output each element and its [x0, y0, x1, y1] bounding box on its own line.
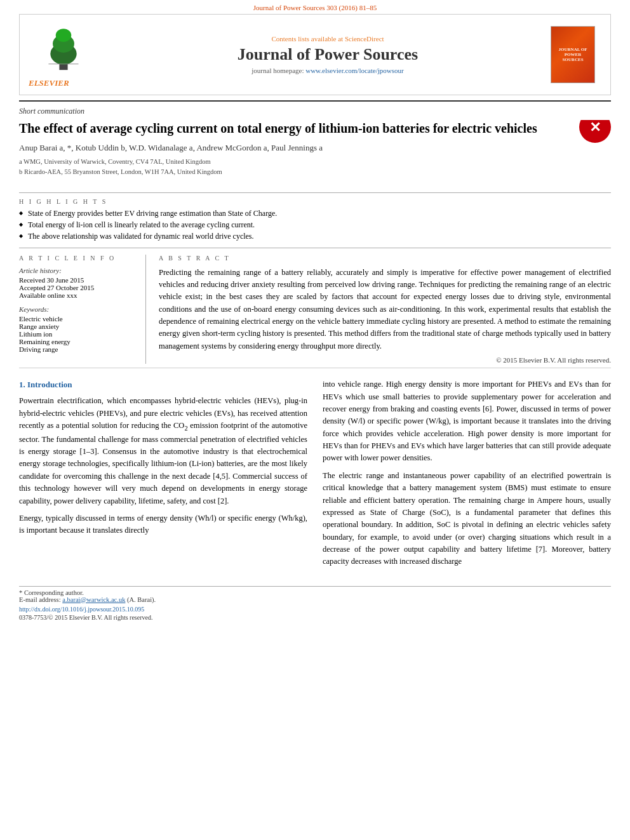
- crossmark-badge: ✕: [579, 120, 611, 143]
- journal-reference: Journal of Power Sources 303 (2016) 81–8…: [0, 0, 630, 14]
- email-suffix: (A. Barai).: [127, 596, 156, 603]
- highlights-list: State of Energy provides better EV drivi…: [19, 209, 611, 241]
- homepage-url-link[interactable]: www.elsevier.com/locate/jpowsour: [305, 67, 403, 74]
- elsevier-label: ELSEVIER: [29, 78, 69, 88]
- affiliation-b: b Ricardo-AEA, 55 Bryanston Street, Lond…: [19, 167, 611, 177]
- journal-header-center: Contents lists available at ScienceDirec…: [111, 35, 544, 74]
- journal-header: ELSEVIER Contents lists available at Sci…: [19, 14, 611, 95]
- highlight-item-2: Total energy of li-ion cell is linearly …: [19, 220, 611, 230]
- elsevier-logo-area: ELSEVIER: [29, 21, 105, 88]
- received-date: Received 30 June 2015: [19, 276, 137, 284]
- keyword-3: Lithium ion: [19, 330, 137, 338]
- article-title: The effect of average cycling current on…: [19, 120, 540, 137]
- body-para-3: into vehicle range. High energy density …: [323, 378, 611, 465]
- article-type: Short communication: [19, 107, 611, 116]
- body-col-left: 1. Introduction Powertrain electrificati…: [19, 378, 307, 573]
- abstract-text: Predicting the remaining range of a batt…: [159, 267, 611, 353]
- abstract-col: A B S T R A C T Predicting the remaining…: [159, 255, 611, 364]
- keyword-1: Electric vehicle: [19, 315, 137, 323]
- journal-title: Journal of Power Sources: [111, 45, 544, 64]
- abstract-copyright: © 2015 Elsevier B.V. All rights reserved…: [159, 356, 611, 364]
- elsevier-wordmark: ELSEVIER: [29, 78, 105, 88]
- corresponding-author-note: * Corresponding author.: [19, 589, 611, 596]
- journal-cover-thumb: JOURNAL OFPOWERSOURCES: [551, 26, 595, 83]
- journal-ref-text: Journal of Power Sources 303 (2016) 81–8…: [253, 4, 377, 11]
- article-info-label: A R T I C L E I N F O: [19, 255, 137, 262]
- highlight-item-1: State of Energy provides better EV drivi…: [19, 209, 611, 218]
- affiliation-a: a WMG, University of Warwick, Coventry, …: [19, 157, 611, 167]
- history-label: Article history:: [19, 267, 137, 274]
- info-abstract-columns: A R T I C L E I N F O Article history: R…: [19, 248, 611, 364]
- title-crossmark-row: ✕ The effect of average cycling current …: [19, 120, 611, 143]
- email-line: E-mail address: a.barai@warwick.ac.uk (A…: [19, 596, 611, 603]
- article-history-group: Article history: Received 30 June 2015 A…: [19, 267, 137, 299]
- highlights-container: H I G H L I G H T S State of Energy prov…: [19, 192, 611, 241]
- body-para-1: Powertrain electrification, which encomp…: [19, 395, 307, 507]
- accepted-date: Accepted 27 October 2015: [19, 284, 137, 291]
- article-info-col: A R T I C L E I N F O Article history: R…: [19, 255, 146, 364]
- body-col-right: into vehicle range. High energy density …: [323, 378, 611, 573]
- body-para-4: The electric range and instantaneous pow…: [323, 470, 611, 568]
- journal-homepage: journal homepage: www.elsevier.com/locat…: [111, 67, 544, 74]
- copyright-bottom: 0378-7753/© 2015 Elsevier B.V. All right…: [19, 614, 611, 621]
- footer-divider: [19, 586, 611, 587]
- crossmark-icon: ✕: [582, 120, 608, 140]
- abstract-label: A B S T R A C T: [159, 255, 611, 262]
- svg-point-3: [56, 29, 71, 42]
- keywords-label: Keywords:: [19, 305, 137, 313]
- authors-text: Anup Barai a, *, Kotub Uddin b, W.D. Wid…: [19, 143, 323, 152]
- body-divider: [19, 368, 611, 368]
- thumb-text: JOURNAL OFPOWERSOURCES: [559, 47, 587, 62]
- highlight-text-1: State of Energy provides better EV drivi…: [28, 209, 277, 218]
- keyword-5: Driving range: [19, 345, 137, 353]
- keyword-4: Remaining energy: [19, 338, 137, 345]
- author-email-link[interactable]: a.barai@warwick.ac.uk: [62, 596, 125, 603]
- keyword-2: Range anxiety: [19, 323, 137, 330]
- authors-line: Anup Barai a, *, Kotub Uddin b, W.D. Wid…: [19, 143, 611, 153]
- doi-link[interactable]: http://dx.doi.org/10.1016/j.jpowsour.201…: [19, 606, 611, 613]
- article-info-abstract: A R T I C L E I N F O Article history: R…: [19, 248, 611, 364]
- keywords-group: Keywords: Electric vehicle Range anxiety…: [19, 305, 137, 353]
- section1-heading: 1. Introduction: [19, 378, 307, 391]
- section1-heading-link[interactable]: 1. Introduction: [19, 380, 72, 389]
- footnote-area: * Corresponding author. E-mail address: …: [19, 589, 611, 603]
- highlights-section: H I G H L I G H T S State of Energy prov…: [19, 192, 611, 241]
- highlight-item-3: The above relationship was validated for…: [19, 232, 611, 241]
- affiliations: a WMG, University of Warwick, Coventry, …: [19, 157, 611, 177]
- elsevier-tree-icon: [29, 21, 98, 72]
- available-date: Available online xxx: [19, 291, 137, 299]
- highlight-text-3: The above relationship was validated for…: [28, 232, 254, 241]
- article-body: 1. Introduction Powertrain electrificati…: [19, 372, 611, 580]
- highlights-title: H I G H L I G H T S: [19, 198, 611, 205]
- sciencedirect-line: Contents lists available at ScienceDirec…: [111, 35, 544, 43]
- email-label: E-mail address:: [19, 596, 61, 603]
- crossmark-area: ✕: [573, 124, 611, 143]
- state-of-charge-text: State of Charge: [370, 508, 425, 517]
- article-header-area: Short communication ✕ The effect of aver…: [19, 102, 611, 187]
- body-columns: 1. Introduction Powertrain electrificati…: [19, 378, 611, 573]
- footnote-text: * Corresponding author.: [19, 589, 84, 596]
- journal-thumbnail: JOURNAL OFPOWERSOURCES: [551, 26, 601, 83]
- highlight-text-2: Total energy of li-ion cell is linearly …: [28, 220, 255, 229]
- body-para-2: Energy, typically discussed in terms of …: [19, 512, 307, 537]
- keywords-list: Electric vehicle Range anxiety Lithium i…: [19, 315, 137, 353]
- svg-text:✕: ✕: [589, 120, 601, 135]
